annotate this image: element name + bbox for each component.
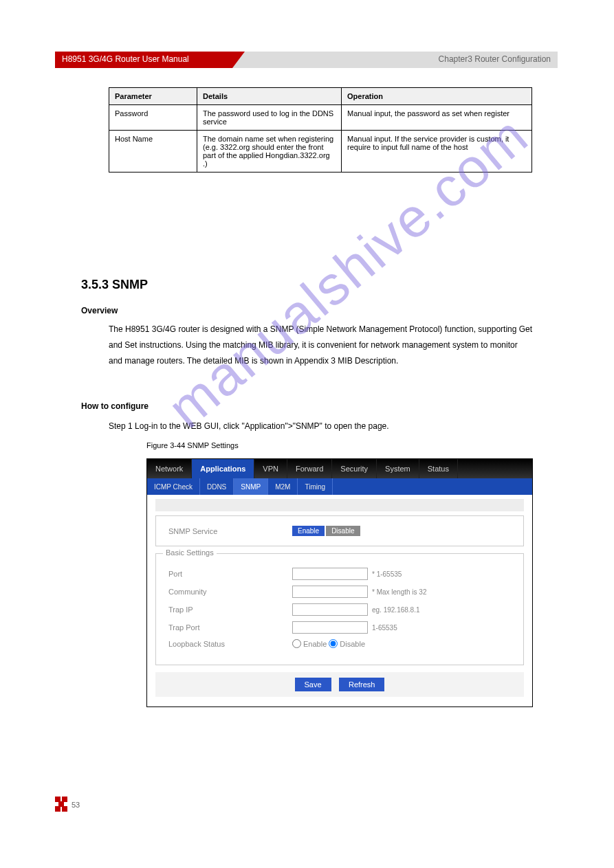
breadcrumb-bar [155,499,524,511]
loopback-disable-radio[interactable] [329,639,338,648]
svg-rect-4 [62,806,67,812]
cell-param: Host Name [109,131,197,173]
loopback-row: Loopback Status Enable Disable [168,639,511,648]
overview-label: Overview [81,306,118,315]
subtab-ddns[interactable]: DDNS [200,478,234,495]
tab-status[interactable]: Status [419,459,458,478]
header-left-text: H8951 3G/4G Router User Manual [62,54,189,64]
trap-ip-label: Trap IP [168,605,292,614]
header-triangle [232,52,245,68]
tab-forward[interactable]: Forward [287,459,332,478]
trap-ip-row: Trap IP eg. 192.168.8.1 [168,603,511,616]
table-header-operation: Operation [342,88,532,105]
subtab-m2m[interactable]: M2M [268,478,298,495]
cell-operation: Manual input. If the service provider is… [342,131,532,173]
tab-network[interactable]: Network [147,459,192,478]
port-input[interactable] [292,568,368,580]
trap-ip-input[interactable] [292,603,368,616]
main-tab-bar: Network Applications VPN Forward Securit… [147,459,532,478]
cell-param: Password [109,105,197,131]
table-header-details: Details [197,88,342,105]
overview-text: The H8951 3G/4G router is designed with … [109,322,533,368]
loopback-disable-label: Disable [340,640,365,648]
subtab-icmp-check[interactable]: ICMP Check [147,478,200,495]
trap-ip-hint: eg. 192.168.8.1 [372,606,420,614]
svg-rect-0 [55,797,61,802]
port-label: Port [168,570,292,578]
community-label: Community [168,588,292,596]
svg-rect-1 [62,797,67,802]
community-hint: * Max length is 32 [372,588,427,596]
figure-caption: Figure 3-44 SNMP Settings [146,441,239,449]
trap-port-label: Trap Port [168,623,292,632]
hongdian-logo-icon [55,797,67,812]
figure-text: SNMP Settings [185,441,238,449]
loopback-enable-label: Enable [303,640,327,648]
table-row: Password The password used to log in the… [109,105,532,131]
tab-vpn[interactable]: VPN [254,459,287,478]
basic-settings-legend: Basic Settings [163,548,217,557]
step-text: Step 1 Log-in to the WEB GUI, click "App… [109,421,389,431]
table-row: Host Name The domain name set when regis… [109,131,532,173]
loopback-enable-radio[interactable] [292,639,301,648]
trap-port-row: Trap Port 1-65535 [168,621,511,634]
cell-details: The domain name set when registering (e.… [197,131,342,173]
snmp-enable-button[interactable]: Enable [292,526,325,536]
page-number: 53 [72,801,80,809]
parameter-table: Parameter Details Operation Password The… [109,87,532,173]
figure-label: Figure 3-44 [146,441,185,449]
basic-settings-fieldset: Basic Settings Port * 1-65535 Community … [155,553,524,665]
table-header-parameter: Parameter [109,88,197,105]
trap-port-input[interactable] [292,621,368,634]
port-hint: * 1-65535 [372,570,402,578]
refresh-button[interactable]: Refresh [339,678,385,691]
cell-operation: Manual input, the password as set when r… [342,105,532,131]
subtab-snmp[interactable]: SNMP [234,478,268,495]
subtab-timing[interactable]: Timing [298,478,333,495]
cell-details: The password used to log in the DDNS ser… [197,105,342,131]
header-right-text: Chapter3 Router Configuration [439,54,551,64]
snmp-disable-button[interactable]: Disable [326,526,360,536]
section-heading: 3.5.3 SNMP [81,278,148,292]
tab-applications[interactable]: Applications [192,459,254,478]
tab-system[interactable]: System [377,459,419,478]
trap-port-hint: 1-65535 [372,624,397,632]
snmp-service-label: SNMP Service [168,527,292,535]
snmp-settings-screenshot: Network Applications VPN Forward Securit… [146,458,533,707]
sub-tab-bar: ICMP Check DDNS SNMP M2M Timing [147,478,532,495]
svg-rect-2 [58,801,64,807]
save-button[interactable]: Save [295,678,331,691]
community-input[interactable] [292,586,368,598]
form-button-bar: Save Refresh [155,672,524,697]
tab-security[interactable]: Security [332,459,377,478]
snmp-service-panel: SNMP Service Enable Disable [155,515,524,546]
loopback-label: Loopback Status [168,640,292,648]
svg-rect-3 [55,806,61,812]
config-label: How to configure [81,401,149,411]
port-row: Port * 1-65535 [168,568,511,580]
community-row: Community * Max length is 32 [168,586,511,598]
